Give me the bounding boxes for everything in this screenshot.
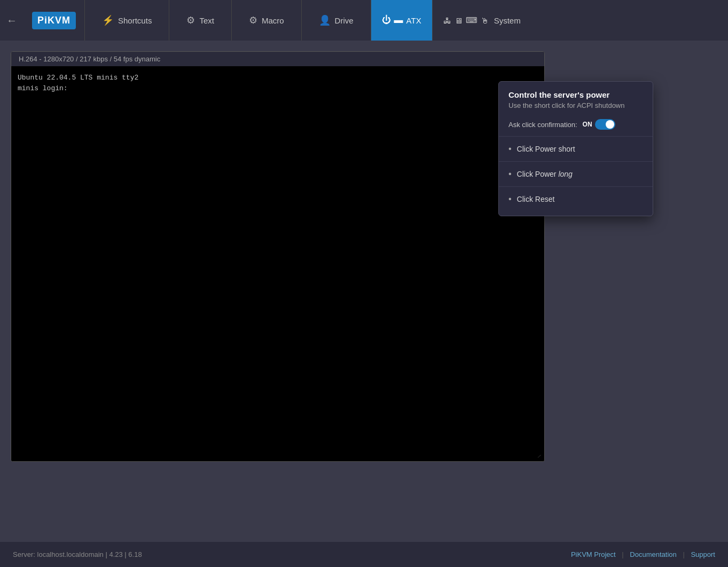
atx-option-power-long[interactable]: • Click Power long (499, 162, 653, 187)
terminal-line2: minis login: (18, 83, 538, 94)
server-info: Server: localhost.localdomain | 4.23 | 6… (13, 550, 142, 558)
footer-links: PiKVM Project | Documentation | Support (571, 550, 715, 558)
atx-title: Control the server's power (508, 90, 643, 99)
video-info: H.264 - 1280x720 / 217 kbps / 54 fps dyn… (19, 55, 160, 63)
bullet-1: • (508, 144, 512, 154)
atx-icons: ⏻ ▬ (382, 15, 403, 26)
macro-label: Macro (262, 16, 284, 25)
back-button[interactable]: ← (0, 0, 24, 41)
support-link[interactable]: Support (691, 550, 715, 558)
navbar: ← PiKVM ⚡ Shortcuts ⚙ Text ⚙ Macro 👤 Dri… (0, 0, 728, 41)
power-long-text: Click Power long (517, 170, 573, 178)
monitor-icon: 🖥 (455, 16, 463, 25)
nav-macro[interactable]: ⚙ Macro (232, 0, 302, 41)
drive-label: Drive (335, 16, 354, 25)
macro-icon: ⚙ (249, 14, 257, 26)
drive-icon: 👤 (319, 14, 331, 26)
atx-dropdown-header: Control the server's power Use the short… (499, 82, 653, 115)
shortcuts-icon: ⚡ (102, 14, 114, 26)
hdd-icon: ▬ (394, 15, 403, 26)
atx-option-reset[interactable]: • Click Reset (499, 187, 653, 211)
reset-text: Click Reset (517, 195, 555, 203)
pikvm-project-link[interactable]: PiKVM Project (571, 550, 616, 558)
logo: PiKVM (24, 0, 85, 41)
bullet-3: • (508, 194, 512, 204)
system-label: System (494, 16, 521, 25)
terminal-line1: Ubuntu 22.04.5 LTS minis tty2 (18, 73, 538, 83)
logo-text: PiKVM (32, 12, 76, 29)
terminal-output: Ubuntu 22.04.5 LTS minis tty2 minis logi… (11, 66, 544, 100)
nav-system[interactable]: 🖧 🖥 ⌨ 🖱 System (433, 0, 531, 41)
footer: Server: localhost.localdomain | 4.23 | 6… (0, 542, 728, 567)
atx-option-power-short[interactable]: • Click Power short (499, 137, 653, 162)
confirmation-label: Ask click confirmation: (508, 121, 577, 129)
video-bar: H.264 - 1280x720 / 217 kbps / 54 fps dyn… (11, 52, 544, 66)
keyboard-icon: ⌨ (466, 15, 477, 25)
toggle-thumb (606, 120, 614, 129)
atx-confirmation: Ask click confirmation: ON (499, 115, 653, 136)
power-short-text: Click Power short (517, 145, 575, 153)
sep-2: | (683, 550, 684, 558)
nav-text[interactable]: ⚙ Text (169, 0, 232, 41)
shortcuts-label: Shortcuts (118, 16, 152, 25)
mouse-icon: 🖱 (481, 16, 489, 25)
toggle-track[interactable] (595, 119, 615, 130)
atx-label: ATX (406, 16, 421, 25)
video-container: H.264 - 1280x720 / 217 kbps / 54 fps dyn… (11, 51, 545, 462)
resize-handle[interactable]: ⟋ (536, 453, 543, 460)
text-label: Text (199, 16, 214, 25)
network-icon: 🖧 (443, 16, 451, 25)
bullet-2: • (508, 169, 512, 179)
documentation-link[interactable]: Documentation (630, 550, 676, 558)
system-icons: 🖧 🖥 ⌨ 🖱 (443, 15, 489, 25)
nav-shortcuts[interactable]: ⚡ Shortcuts (85, 0, 169, 41)
main-content: H.264 - 1280x720 / 217 kbps / 54 fps dyn… (0, 41, 728, 542)
text-icon: ⚙ (186, 14, 195, 26)
video-screen[interactable]: Ubuntu 22.04.5 LTS minis tty2 minis logi… (11, 66, 544, 461)
power-icon: ⏻ (382, 15, 391, 26)
nav-drive[interactable]: 👤 Drive (302, 0, 371, 41)
back-icon: ← (6, 14, 17, 27)
toggle-on-text: ON (583, 121, 592, 128)
nav-atx[interactable]: ⏻ ▬ ATX (371, 0, 433, 41)
atx-subtitle: Use the short click for ACPI shutdown (508, 101, 643, 109)
sep-1: | (622, 550, 623, 558)
atx-dropdown: Control the server's power Use the short… (498, 81, 653, 216)
toggle[interactable]: ON (583, 119, 615, 130)
